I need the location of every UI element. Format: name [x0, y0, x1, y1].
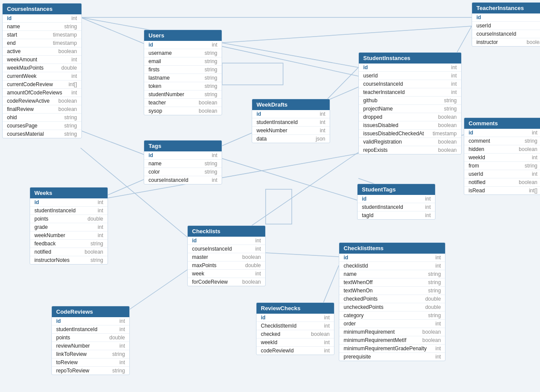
- col-type: int: [435, 321, 441, 327]
- col-name: issuesDisabledCheckedAt: [363, 131, 424, 137]
- table-row: studentInstanceIdint: [52, 325, 129, 334]
- col-type: int: [71, 57, 77, 63]
- table-row: minimumRequirementboolean: [339, 328, 445, 336]
- col-name: weekId: [261, 339, 277, 345]
- table-row: tagIdint: [358, 211, 435, 219]
- col-type: boolean: [199, 108, 217, 114]
- col-name: id: [148, 42, 153, 48]
- table-reviewchecks[interactable]: ReviewChecksidintChecklistItemIdintcheck…: [256, 302, 334, 355]
- col-name: order: [344, 321, 356, 327]
- table-weeks[interactable]: WeeksidintstudentInstanceIdintpointsdoub…: [30, 187, 108, 265]
- col-type: json: [316, 136, 325, 142]
- table-row: idint: [144, 151, 222, 160]
- table-row: coursesMaterialstring: [3, 130, 81, 138]
- col-name: textWhenOn: [344, 288, 373, 294]
- table-row: textWhenOnstring: [339, 287, 445, 295]
- col-name: name: [148, 161, 162, 167]
- table-row: idint: [144, 41, 222, 49]
- table-codereviews[interactable]: CodeReviewsidintstudentInstanceIdintpoin…: [51, 306, 130, 375]
- col-type: int: [255, 238, 261, 244]
- col-name: notified: [34, 249, 51, 255]
- col-type: double: [88, 216, 103, 222]
- col-name: notified: [469, 179, 486, 185]
- table-row: weekNumberint: [252, 127, 330, 135]
- table-row: textWhenOffstring: [339, 278, 445, 287]
- table-row: courseInstanceIdint: [359, 80, 461, 88]
- table-weekdrafts[interactable]: WeekDraftsidintstudentInstanceIdintweekN…: [252, 99, 330, 143]
- col-type: int: [451, 81, 457, 87]
- col-type: timestamp: [53, 40, 77, 46]
- table-row: instructorNotesstring: [30, 256, 108, 264]
- col-name: id: [148, 152, 153, 158]
- table-row: courseInstanceIdint: [144, 176, 222, 184]
- col-type: boolean: [58, 48, 77, 54]
- col-name: textWhenOff: [344, 279, 372, 285]
- col-type: int: [451, 64, 457, 70]
- col-type: int: [425, 212, 431, 218]
- col-type: int: [119, 318, 125, 324]
- table-row: activeboolean: [3, 47, 81, 56]
- col-name: currentCodeReview: [7, 81, 53, 87]
- col-name: sysop: [148, 108, 162, 114]
- col-type: int: [435, 263, 441, 269]
- table-header-teacherinstances: TeacherInstances: [472, 3, 540, 13]
- table-row: userIdint: [472, 22, 540, 30]
- col-type: int: [255, 271, 261, 277]
- col-type: int: [425, 196, 431, 202]
- table-header-codereviews: CodeReviews: [52, 306, 129, 317]
- col-type: int: [98, 208, 103, 214]
- col-name: comment: [469, 138, 490, 144]
- table-row: firstsstring: [144, 66, 222, 74]
- table-header-tags: Tags: [144, 141, 222, 151]
- table-row: categorystring: [339, 312, 445, 320]
- table-row: idint: [52, 317, 129, 325]
- table-studentinstances[interactable]: StudentInstancesidintuserIdintcourseInst…: [358, 52, 462, 154]
- col-name: repoExists: [363, 147, 388, 153]
- col-type: int: [98, 232, 103, 238]
- col-name: minimumRequirement: [344, 329, 395, 335]
- col-name: ohid: [7, 114, 17, 121]
- col-name: ChecklistItemId: [261, 323, 297, 329]
- svg-line-13: [257, 252, 339, 257]
- col-type: int: [119, 359, 125, 365]
- col-type: boolean: [438, 147, 457, 153]
- col-type: boolean: [519, 146, 537, 152]
- table-row: codeReviewIdint: [256, 347, 334, 355]
- table-users[interactable]: Usersidintusernamestringemailstringfirst…: [144, 30, 222, 115]
- col-type: boolean: [242, 254, 261, 260]
- table-teacherinstances[interactable]: TeacherInstancesidintuserIdintcourseInst…: [472, 2, 540, 47]
- col-type: boolean: [526, 39, 540, 45]
- table-row: studentInstanceIdint: [30, 207, 108, 215]
- col-type: boolean: [242, 279, 261, 285]
- col-type: string: [205, 58, 217, 64]
- table-row: weekIdint: [256, 338, 334, 347]
- col-name: teacherInstanceId: [363, 89, 405, 95]
- col-type: string: [64, 114, 77, 121]
- db-canvas: CourseInstancesidintnamestringstarttimes…: [0, 0, 540, 392]
- col-name: lastname: [148, 75, 170, 81]
- col-type: string: [428, 279, 441, 285]
- col-type: string: [64, 123, 77, 129]
- table-checklists[interactable]: ChecklistsidintcourseInstanceIdintmaster…: [187, 225, 266, 286]
- table-row: fromstring: [464, 162, 540, 170]
- col-type: int[]: [68, 81, 77, 87]
- table-row: validRegistrationboolean: [359, 138, 461, 146]
- col-type: boolean: [519, 179, 537, 185]
- table-header-reviewchecks: ReviewChecks: [256, 303, 334, 314]
- col-name: currentWeek: [7, 73, 37, 79]
- table-comments[interactable]: Commentsidintcommentstringhiddenbooleanw…: [464, 117, 540, 195]
- col-type: int: [435, 354, 441, 360]
- col-name: id: [363, 64, 368, 70]
- col-name: studentInstanceId: [256, 119, 298, 125]
- table-row: courseInstanceIdint: [188, 245, 265, 253]
- table-courseinstances[interactable]: CourseInstancesidintnamestringstarttimes…: [2, 3, 82, 138]
- table-studenttags[interactable]: StudentTagsidintstudentInstanceIdinttagI…: [357, 184, 435, 220]
- col-type: string: [64, 23, 77, 30]
- col-name: teacher: [148, 100, 166, 106]
- col-name: week: [192, 271, 204, 277]
- table-row: idint: [464, 129, 540, 137]
- table-row: prerequisiteint: [339, 353, 445, 361]
- table-tags[interactable]: TagsidintnamestringcolorstringcourseInst…: [144, 140, 222, 184]
- table-checklistitems[interactable]: ChecklistItemsidintchecklistIdintnamestr…: [339, 242, 446, 361]
- col-type: int: [212, 42, 217, 48]
